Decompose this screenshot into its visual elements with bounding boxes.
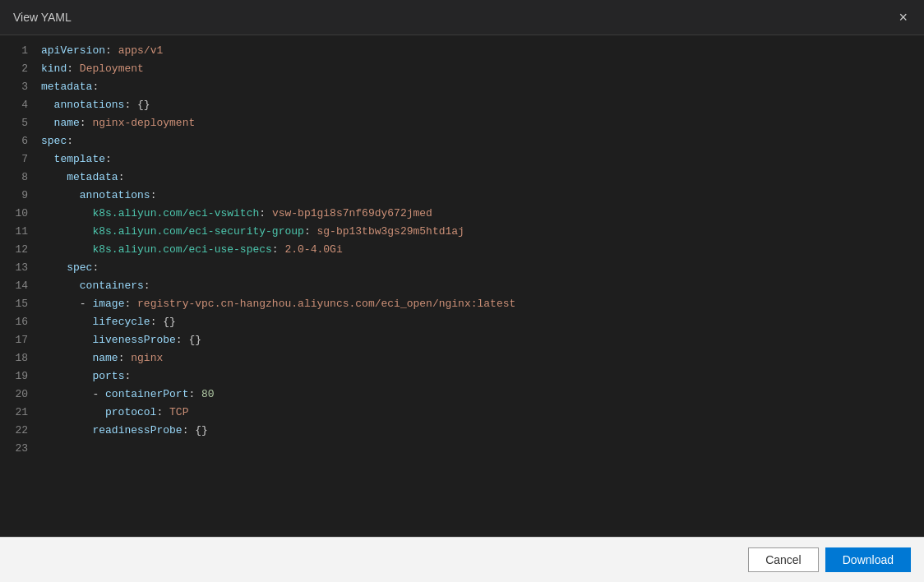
line-content: apiVersion: apps/v1 [41, 42, 924, 60]
line-content: - containerPort: 80 [41, 386, 924, 404]
download-button[interactable]: Download [825, 547, 911, 572]
line-content: k8s.aliyun.com/eci-security-group: sg-bp… [41, 223, 924, 241]
line-content: annotations: {} [41, 96, 924, 114]
line-content: name: nginx [41, 349, 924, 367]
line-number: 11 [0, 223, 41, 241]
line-content: kind: Deployment [41, 60, 924, 78]
line-number: 22 [0, 422, 41, 440]
code-line: 10 k8s.aliyun.com/eci-vswitch: vsw-bp1gi… [0, 205, 924, 223]
line-content: k8s.aliyun.com/eci-use-specs: 2.0-4.0Gi [41, 241, 924, 259]
line-number: 19 [0, 367, 41, 386]
line-number: 17 [0, 331, 41, 349]
cancel-button[interactable]: Cancel [748, 547, 819, 572]
code-line: 2kind: Deployment [0, 60, 924, 78]
line-number: 20 [0, 386, 41, 404]
line-content: spec: [41, 132, 924, 150]
code-line: 18 name: nginx [0, 349, 924, 367]
line-number: 9 [0, 187, 41, 205]
line-number: 3 [0, 78, 41, 96]
code-line: 7 template: [0, 150, 924, 169]
line-number: 5 [0, 114, 41, 132]
line-number: 18 [0, 349, 41, 367]
line-number: 13 [0, 259, 41, 277]
code-line: 19 ports: [0, 367, 924, 386]
code-line: 20 - containerPort: 80 [0, 386, 924, 404]
line-number: 12 [0, 241, 41, 259]
line-content: containers: [41, 277, 924, 295]
code-line: 14 containers: [0, 277, 924, 295]
line-content: template: [41, 150, 924, 169]
code-line: 15 - image: registry-vpc.cn-hangzhou.ali… [0, 295, 924, 313]
line-content: readinessProbe: {} [41, 422, 924, 440]
code-line: 3metadata: [0, 78, 924, 96]
code-line: 13 spec: [0, 259, 924, 277]
code-line: 8 metadata: [0, 169, 924, 187]
line-content: - image: registry-vpc.cn-hangzhou.aliyun… [41, 295, 924, 313]
line-content: name: nginx-deployment [41, 114, 924, 132]
line-content: spec: [41, 259, 924, 277]
code-line: 1apiVersion: apps/v1 [0, 42, 924, 60]
code-line: 5 name: nginx-deployment [0, 114, 924, 132]
line-number: 1 [0, 42, 41, 60]
line-content: livenessProbe: {} [41, 331, 924, 349]
line-content: k8s.aliyun.com/eci-vswitch: vsw-bp1gi8s7… [41, 205, 924, 223]
line-content: ports: [41, 367, 924, 386]
line-number: 2 [0, 60, 41, 78]
line-number: 8 [0, 169, 41, 187]
line-content: protocol: TCP [41, 404, 924, 422]
line-number: 16 [0, 313, 41, 331]
line-content: metadata: [41, 78, 924, 96]
close-button[interactable]: × [895, 8, 911, 26]
code-line: 6spec: [0, 132, 924, 150]
code-line: 12 k8s.aliyun.com/eci-use-specs: 2.0-4.0… [0, 241, 924, 259]
line-number: 7 [0, 150, 41, 169]
code-area: 1apiVersion: apps/v12kind: Deployment3me… [0, 35, 924, 537]
line-content: metadata: [41, 169, 924, 187]
code-line: 22 readinessProbe: {} [0, 422, 924, 440]
line-number: 21 [0, 404, 41, 422]
code-line: 23 [0, 440, 924, 458]
code-line: 21 protocol: TCP [0, 404, 924, 422]
code-line: 17 livenessProbe: {} [0, 331, 924, 349]
code-line: 9 annotations: [0, 187, 924, 205]
code-line: 4 annotations: {} [0, 96, 924, 114]
line-content: annotations: [41, 187, 924, 205]
line-number: 4 [0, 96, 41, 114]
dialog-title: View YAML [13, 11, 72, 24]
line-number: 23 [0, 440, 41, 458]
code-line: 16 lifecycle: {} [0, 313, 924, 331]
line-content: lifecycle: {} [41, 313, 924, 331]
line-number: 14 [0, 277, 41, 295]
dialog-header: View YAML × [0, 0, 924, 35]
line-number: 15 [0, 295, 41, 313]
code-line: 11 k8s.aliyun.com/eci-security-group: sg… [0, 223, 924, 241]
footer: Cancel Download [0, 537, 924, 582]
line-number: 6 [0, 132, 41, 150]
line-number: 10 [0, 205, 41, 223]
